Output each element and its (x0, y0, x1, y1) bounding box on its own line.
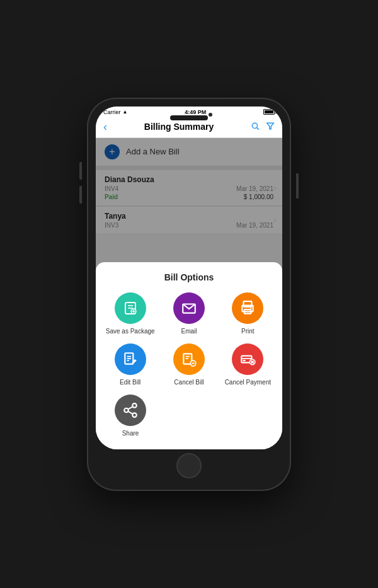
cancel-payment-label: Cancel Payment (225, 379, 271, 386)
cancel-bill-icon-circle (173, 343, 205, 375)
sheet-title: Bill Options (103, 272, 275, 282)
power-button (296, 173, 299, 199)
svg-point-32 (124, 408, 129, 412)
nav-icons (251, 122, 275, 132)
svg-point-31 (132, 403, 137, 408)
filter-icon[interactable] (266, 122, 275, 132)
phone-speaker (170, 115, 208, 120)
cancel-bill-label: Cancel Bill (174, 379, 203, 386)
page-title: Billing Summary (144, 122, 214, 132)
print-icon-circle (232, 292, 263, 324)
phone-camera (209, 113, 212, 117)
share-label: Share (122, 430, 139, 437)
save-package-label: Save as Package (106, 328, 155, 335)
svg-line-1 (257, 127, 259, 129)
bottom-sheet: Bill Options (96, 262, 282, 449)
option-cancel-bill[interactable]: Cancel Bill (162, 343, 215, 386)
edit-bill-label: Edit Bill (120, 379, 140, 386)
home-button[interactable] (176, 453, 202, 478)
svg-point-0 (252, 123, 257, 128)
status-time: 4:49 PM (185, 109, 206, 115)
option-cancel-payment[interactable]: Cancel Payment (221, 343, 275, 386)
vol-down-button (79, 186, 82, 204)
email-label: Email (181, 328, 197, 335)
svg-rect-27 (243, 360, 246, 361)
cancel-payment-icon-circle (232, 343, 263, 375)
share-icon-circle (115, 395, 146, 426)
search-icon[interactable] (251, 122, 260, 132)
main-content: + Add a New Bill Diana Dsouza INV4 Mar 1… (96, 138, 282, 449)
phone-frame: Carrier ▲ 4:49 PM ‹ Billing Summary (88, 99, 290, 490)
svg-point-14 (251, 307, 252, 308)
back-button[interactable]: ‹ (103, 120, 107, 134)
option-email[interactable]: Email (162, 292, 215, 335)
wifi-icon: ▲ (123, 109, 128, 115)
svg-marker-2 (267, 123, 274, 129)
phone-screen: Carrier ▲ 4:49 PM ‹ Billing Summary (96, 107, 282, 449)
vol-up-button (79, 162, 82, 180)
edit-bill-icon-circle (115, 343, 146, 375)
print-label: Print (241, 328, 255, 335)
svg-line-34 (128, 406, 133, 409)
svg-line-35 (128, 411, 133, 413)
option-print[interactable]: Print (221, 292, 275, 335)
battery-icon (263, 109, 275, 115)
status-carrier: Carrier ▲ (103, 109, 127, 115)
options-row-share: Share (103, 395, 275, 437)
carrier-label: Carrier (103, 109, 121, 115)
email-icon-circle (173, 292, 205, 324)
save-package-icon-circle (115, 292, 146, 324)
option-share[interactable]: Share (115, 395, 146, 437)
option-edit-bill[interactable]: Edit Bill (103, 343, 157, 386)
status-right (263, 109, 275, 115)
svg-point-33 (132, 413, 137, 417)
option-save-package[interactable]: Save as Package (103, 292, 157, 335)
options-grid: Save as Package Email (103, 292, 275, 386)
